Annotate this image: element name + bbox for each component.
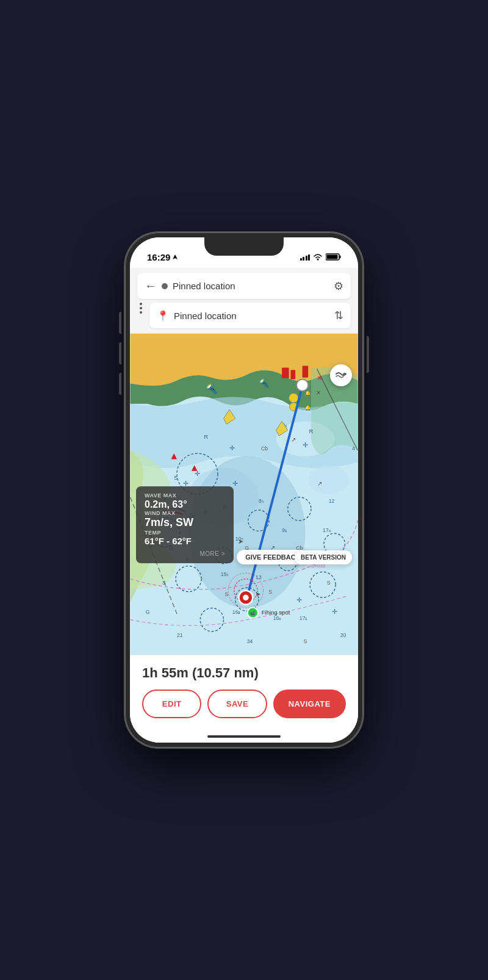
svg-text:✛: ✛ <box>296 596 302 603</box>
time-display: 16:29 <box>147 252 170 262</box>
svg-text:📹: 📹 <box>250 610 256 616</box>
svg-text:✛: ✛ <box>195 470 200 477</box>
beta-badge: BETA VERSION <box>295 550 352 564</box>
svg-text:➤: ➤ <box>238 538 243 545</box>
location-arrow-icon <box>172 254 178 260</box>
phone-frame: 16:29 <box>125 232 363 748</box>
destination-text: Pinned location <box>174 311 329 321</box>
svg-rect-4 <box>327 255 338 259</box>
svg-text:S: S <box>224 591 228 597</box>
route-info: 1h 55m (10.57 nm) <box>142 665 346 681</box>
svg-text:Fihing spot: Fihing spot <box>262 609 290 616</box>
route-dots <box>137 303 145 328</box>
svg-rect-66 <box>303 366 309 378</box>
svg-marker-0 <box>173 254 178 259</box>
wave-value: 0.2m, 63° <box>145 499 225 510</box>
edit-button[interactable]: EDIT <box>142 690 201 718</box>
svg-text:✕: ✕ <box>317 375 322 382</box>
wifi-icon <box>313 253 323 261</box>
svg-text:✕: ✕ <box>316 389 321 396</box>
origin-icon <box>162 283 168 289</box>
weather-overlay: WAVE MAX 0.2m, 63° WIND MAX 7m/s, SW TEM… <box>136 486 234 563</box>
destination-row: 📍 Pinned location ⇅ <box>149 303 351 328</box>
svg-text:🔔: 🔔 <box>305 405 311 411</box>
svg-text:4: 4 <box>352 445 355 452</box>
svg-text:15₅: 15₅ <box>221 571 229 577</box>
status-icons <box>300 253 342 261</box>
svg-point-1 <box>317 259 319 261</box>
notch <box>204 237 284 256</box>
svg-text:↗: ↗ <box>317 480 322 487</box>
action-buttons: EDIT SAVE NAVIGATE <box>142 690 346 718</box>
origin-text: Pinned location <box>173 281 329 291</box>
swap-button[interactable]: ⇅ <box>334 309 343 322</box>
more-button[interactable]: MORE > <box>145 550 225 557</box>
svg-point-88 <box>296 380 308 391</box>
settings-button[interactable]: ⚙ <box>334 279 343 293</box>
svg-text:🔔: 🔔 <box>305 390 311 396</box>
temp-value: 61°F - 62°F <box>145 536 225 547</box>
svg-text:🔦: 🔦 <box>206 383 218 395</box>
navigate-button[interactable]: NAVIGATE <box>273 690 346 718</box>
wind-icon <box>335 369 347 381</box>
svg-text:🔦: 🔦 <box>259 378 270 389</box>
svg-rect-65 <box>291 370 296 379</box>
svg-rect-3 <box>340 256 341 259</box>
back-button[interactable]: ← <box>145 279 157 293</box>
svg-text:17₆: 17₆ <box>323 527 331 533</box>
battery-icon <box>326 253 341 261</box>
wind-toggle-button[interactable] <box>330 364 352 386</box>
svg-text:✛: ✛ <box>229 444 235 452</box>
svg-point-71 <box>289 394 298 403</box>
status-time: 16:29 <box>147 252 178 262</box>
save-button[interactable]: SAVE <box>207 690 267 718</box>
svg-text:S: S <box>327 580 331 586</box>
origin-row: ← Pinned location ⚙ <box>137 273 351 299</box>
map-area[interactable]: ✛ ✛ ✛ ✛ ✛ ✛ ✛ ✛ R R R G G G Cb Cb S S S <box>130 334 358 655</box>
svg-text:R: R <box>204 433 208 440</box>
svg-point-9 <box>308 465 349 494</box>
svg-text:S: S <box>304 638 307 644</box>
svg-rect-64 <box>282 367 289 378</box>
svg-text:S: S <box>268 589 272 595</box>
svg-text:16₃: 16₃ <box>232 609 241 615</box>
svg-text:✛: ✛ <box>183 480 188 487</box>
svg-text:G: G <box>146 609 150 615</box>
svg-text:✛: ✛ <box>332 608 337 615</box>
svg-text:20: 20 <box>340 632 346 638</box>
wave-label: WAVE MAX <box>145 492 225 499</box>
svg-text:9₁: 9₁ <box>282 527 287 533</box>
signal-icon <box>300 253 310 261</box>
svg-text:12: 12 <box>329 498 335 504</box>
nav-bar: ← Pinned location ⚙ 📍 Pinned location ⇅ <box>130 268 358 334</box>
svg-text:Cb: Cb <box>261 445 268 452</box>
home-bar <box>207 735 281 738</box>
bottom-panel: 1h 55m (10.57 nm) EDIT SAVE NAVIGATE <box>130 655 358 730</box>
svg-point-90 <box>243 594 249 600</box>
phone-screen: 16:29 <box>130 237 358 743</box>
temp-label: TEMP <box>145 530 225 536</box>
svg-text:21: 21 <box>177 632 183 638</box>
destination-icon: 📍 <box>157 310 169 322</box>
svg-text:✛: ✛ <box>232 480 238 487</box>
svg-text:✛: ✛ <box>303 441 308 449</box>
svg-text:8₅: 8₅ <box>259 498 264 504</box>
home-indicator <box>130 730 358 743</box>
svg-text:17₁: 17₁ <box>300 615 308 621</box>
svg-text:34: 34 <box>247 638 253 644</box>
wind-value: 7m/s, SW <box>145 516 225 530</box>
svg-text:R: R <box>309 428 314 434</box>
svg-text:↗: ↗ <box>291 436 296 443</box>
wind-label: WIND MAX <box>145 510 225 516</box>
svg-text:16₈: 16₈ <box>273 615 282 621</box>
